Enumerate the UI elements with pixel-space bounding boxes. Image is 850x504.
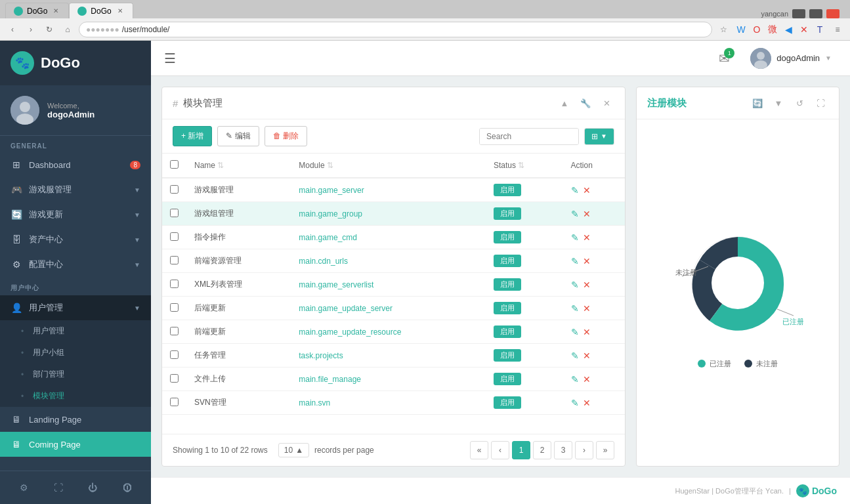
menu-btn[interactable]: ≡ (830, 22, 845, 37)
lock-btn[interactable]: ⏼ (117, 478, 137, 497)
rp-reload-btn[interactable]: ↺ (792, 95, 807, 111)
edit-btn-6[interactable]: ✎ (571, 327, 579, 337)
ext-icon-4[interactable]: ◀ (782, 23, 795, 36)
delete-btn-1[interactable]: ✕ (583, 209, 591, 219)
delete-btn-4[interactable]: ✕ (583, 280, 591, 290)
row-checkbox-6[interactable] (170, 327, 179, 335)
sidebar-item-config[interactable]: ⚙ 配置中心 ▼ (0, 252, 151, 277)
delete-btn-8[interactable]: ✕ (583, 374, 591, 385)
pag-first[interactable]: « (470, 441, 488, 459)
row-status-4: 启用 (486, 273, 563, 297)
delete-btn[interactable]: 🗑 删除 (265, 126, 307, 146)
panel-up-btn[interactable]: ▲ (557, 95, 572, 111)
address-bar[interactable]: ●●●●●●● /user/module/ (79, 22, 712, 37)
refresh-btn[interactable]: ↻ (42, 22, 56, 37)
admin-dropdown[interactable]: dogoAdmin ▼ (745, 45, 837, 72)
settings-btn[interactable]: ⚙ (14, 478, 33, 497)
top-bar-right: ✉ 1 dogoAdmin ▼ (713, 45, 837, 72)
pag-page-3[interactable]: 3 (554, 441, 572, 459)
panel-close-btn[interactable]: ✕ (599, 95, 614, 111)
pag-page-2[interactable]: 2 (533, 441, 551, 459)
delete-btn-0[interactable]: ✕ (583, 185, 591, 196)
rp-filter-btn[interactable]: ▼ (771, 95, 786, 111)
tab-close-inactive[interactable]: ✕ (51, 7, 60, 16)
sidebar-item-user-mgmt[interactable]: 👤 用户管理 ▼ (0, 295, 151, 320)
pag-last[interactable]: » (596, 441, 614, 459)
expand-btn[interactable]: ⛶ (49, 478, 68, 497)
maximize-btn[interactable] (809, 9, 822, 18)
sidebar-sub-dept[interactable]: 部门管理 (0, 364, 151, 385)
sidebar-sub-module[interactable]: 模块管理 (0, 385, 151, 407)
row-checkbox-4[interactable] (170, 280, 179, 288)
edit-btn[interactable]: ✎ 编辑 (217, 126, 259, 146)
delete-btn-2[interactable]: ✕ (583, 232, 591, 243)
row-checkbox-3[interactable] (170, 256, 179, 264)
row-actions-8: ✎ ✕ (563, 368, 626, 391)
ext-icon-2[interactable]: O (750, 23, 763, 36)
notification-btn[interactable]: ✉ 1 (713, 48, 734, 69)
row-checkbox-8[interactable] (170, 374, 179, 383)
user-welcome: Welcome, (47, 102, 95, 110)
delete-btn-3[interactable]: ✕ (583, 256, 591, 266)
sidebar-item-assets[interactable]: 🗄 资产中心 ▼ (0, 227, 151, 252)
rp-refresh-btn[interactable]: 🔄 (750, 95, 765, 111)
user-mgmt-icon: 👤 (11, 302, 22, 314)
tab-active[interactable]: DoGo ✕ (69, 3, 133, 18)
delete-btn-5[interactable]: ✕ (583, 303, 591, 314)
sidebar-sub-user-group[interactable]: 用户小组 (0, 342, 151, 364)
edit-btn-8[interactable]: ✎ (571, 374, 579, 385)
edit-btn-9[interactable]: ✎ (571, 398, 579, 408)
delete-btn-6[interactable]: ✕ (583, 327, 591, 337)
sidebar-footer: ⚙ ⛶ ⏻ ⏼ (0, 471, 151, 504)
bookmark-btn[interactable]: ☆ (716, 22, 731, 37)
delete-btn-7[interactable]: ✕ (583, 350, 591, 361)
new-tab-btn[interactable] (136, 3, 156, 18)
tab-close-active[interactable]: ✕ (116, 7, 125, 16)
home-btn[interactable]: ⌂ (60, 22, 75, 37)
pag-page-1[interactable]: 1 (512, 441, 530, 459)
row-checkbox-2[interactable] (170, 232, 179, 241)
edit-btn-7[interactable]: ✎ (571, 350, 579, 361)
grid-view-btn[interactable]: ⊞ ▼ (585, 129, 614, 144)
registered-dot (698, 360, 706, 368)
pag-prev[interactable]: ‹ (491, 441, 509, 459)
edit-btn-5[interactable]: ✎ (571, 303, 579, 314)
sidebar-sub-user-mgmt[interactable]: 用户管理 (0, 320, 151, 342)
edit-btn-3[interactable]: ✎ (571, 256, 579, 266)
edit-btn-4[interactable]: ✎ (571, 280, 579, 290)
per-page-select[interactable]: 10 ▲ (278, 443, 309, 457)
ext-icon-6[interactable]: T (813, 23, 826, 36)
view-toggle[interactable]: ⊞ ▼ (584, 128, 614, 145)
row-checkbox-0[interactable] (170, 185, 179, 194)
power-btn[interactable]: ⏻ (83, 478, 102, 497)
hamburger-menu[interactable]: ☰ (164, 51, 176, 66)
ext-icon-3[interactable]: 微 (766, 23, 779, 36)
sidebar-item-game-update[interactable]: 🔄 游戏更新 ▼ (0, 202, 151, 227)
minimize-btn[interactable] (792, 9, 805, 18)
row-checkbox-5[interactable] (170, 303, 179, 312)
sidebar-item-dashboard[interactable]: ⊞ Dashboard 8 (0, 152, 151, 177)
sidebar-item-landing[interactable]: 🖥 Landing Page (0, 407, 151, 432)
delete-btn-9[interactable]: ✕ (583, 398, 591, 408)
back-btn[interactable]: ‹ (5, 22, 20, 37)
sidebar-item-coming[interactable]: 🖥 Coming Page (0, 432, 151, 457)
edit-btn-2[interactable]: ✎ (571, 232, 579, 243)
edit-btn-0[interactable]: ✎ (571, 185, 579, 196)
row-checkbox-9[interactable] (170, 398, 179, 406)
pag-next[interactable]: › (575, 441, 593, 459)
ext-icon-5[interactable]: ✕ (797, 23, 811, 36)
edit-btn-1[interactable]: ✎ (571, 209, 579, 219)
forward-btn[interactable]: › (24, 22, 38, 37)
row-checkbox-7[interactable] (170, 350, 179, 359)
row-checkbox-1[interactable] (170, 209, 179, 217)
sidebar-item-game-server[interactable]: 🎮 游戏服管理 ▼ (0, 177, 151, 202)
sidebar: 🐾 DoGo Welcome, dogoAdmin GENERAL ⊞ Dash… (0, 41, 151, 504)
rp-expand-btn[interactable]: ⛶ (813, 95, 828, 111)
select-all-checkbox[interactable] (170, 160, 179, 169)
search-input[interactable] (480, 129, 578, 144)
panel-wrench-btn[interactable]: 🔧 (578, 95, 593, 111)
tab-inactive[interactable]: DoGo ✕ (5, 3, 69, 18)
close-btn[interactable] (826, 9, 839, 18)
ext-icon-1[interactable]: W (734, 23, 748, 36)
add-btn[interactable]: + 新增 (173, 126, 212, 146)
